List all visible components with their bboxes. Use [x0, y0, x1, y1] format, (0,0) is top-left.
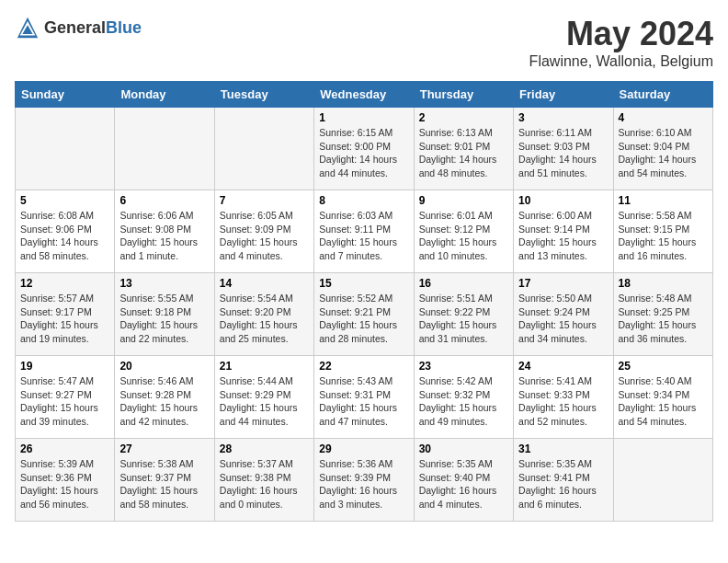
calendar-day-header: Sunday — [16, 82, 115, 108]
day-number: 24 — [518, 360, 608, 373]
logo-blue: Blue — [106, 18, 142, 37]
calendar-day-header: Monday — [115, 82, 214, 108]
day-info: Sunrise: 5:36 AM Sunset: 9:39 PM Dayligh… — [319, 457, 408, 511]
day-number: 11 — [619, 194, 708, 207]
calendar-day-cell: 22Sunrise: 5:43 AM Sunset: 9:31 PM Dayli… — [314, 356, 414, 439]
day-info: Sunrise: 5:55 AM Sunset: 9:18 PM Dayligh… — [119, 292, 209, 346]
day-info: Sunrise: 5:57 AM Sunset: 9:17 PM Dayligh… — [20, 292, 109, 346]
calendar-day-cell: 11Sunrise: 5:58 AM Sunset: 9:15 PM Dayli… — [613, 190, 712, 273]
calendar-day-cell: 7Sunrise: 6:05 AM Sunset: 9:09 PM Daylig… — [214, 190, 313, 273]
day-number: 12 — [20, 277, 109, 290]
day-info: Sunrise: 5:48 AM Sunset: 9:25 PM Dayligh… — [619, 292, 708, 346]
day-number: 5 — [20, 194, 109, 207]
calendar-day-cell: 24Sunrise: 5:41 AM Sunset: 9:33 PM Dayli… — [514, 356, 613, 439]
main-title: May 2024 — [529, 15, 713, 53]
calendar-day-cell: 27Sunrise: 5:38 AM Sunset: 9:37 PM Dayli… — [115, 439, 214, 522]
day-number: 28 — [220, 442, 309, 455]
calendar-day-cell: 4Sunrise: 6:10 AM Sunset: 9:04 PM Daylig… — [613, 108, 712, 190]
calendar-day-cell: 16Sunrise: 5:51 AM Sunset: 9:22 PM Dayli… — [414, 273, 513, 356]
day-number: 2 — [419, 111, 508, 124]
calendar-day-cell: 14Sunrise: 5:54 AM Sunset: 9:20 PM Dayli… — [214, 273, 313, 356]
calendar-week-row: 1Sunrise: 6:15 AM Sunset: 9:00 PM Daylig… — [16, 108, 713, 190]
calendar-day-cell: 1Sunrise: 6:15 AM Sunset: 9:00 PM Daylig… — [314, 108, 414, 190]
calendar-day-cell: 5Sunrise: 6:08 AM Sunset: 9:06 PM Daylig… — [16, 190, 115, 273]
day-info: Sunrise: 5:50 AM Sunset: 9:24 PM Dayligh… — [518, 292, 608, 346]
calendar-day-cell: 31Sunrise: 5:35 AM Sunset: 9:41 PM Dayli… — [514, 439, 613, 522]
calendar-day-cell: 28Sunrise: 5:37 AM Sunset: 9:38 PM Dayli… — [214, 439, 313, 522]
subtitle: Flawinne, Wallonia, Belgium — [529, 53, 713, 70]
calendar-day-cell: 17Sunrise: 5:50 AM Sunset: 9:24 PM Dayli… — [514, 273, 613, 356]
calendar-day-cell: 21Sunrise: 5:44 AM Sunset: 9:29 PM Dayli… — [214, 356, 313, 439]
calendar-day-cell: 10Sunrise: 6:00 AM Sunset: 9:14 PM Dayli… — [514, 190, 613, 273]
day-number: 30 — [419, 442, 508, 455]
calendar-day-cell: 26Sunrise: 5:39 AM Sunset: 9:36 PM Dayli… — [16, 439, 115, 522]
calendar-day-cell — [16, 108, 115, 190]
day-info: Sunrise: 5:44 AM Sunset: 9:29 PM Dayligh… — [220, 374, 309, 429]
day-info: Sunrise: 5:39 AM Sunset: 9:36 PM Dayligh… — [20, 457, 109, 511]
day-info: Sunrise: 6:10 AM Sunset: 9:04 PM Dayligh… — [619, 126, 708, 180]
day-number: 23 — [419, 360, 508, 373]
day-number: 26 — [20, 442, 109, 455]
day-number: 1 — [319, 111, 408, 124]
calendar-day-header: Thursday — [414, 82, 513, 108]
day-info: Sunrise: 5:58 AM Sunset: 9:15 PM Dayligh… — [619, 209, 708, 263]
day-number: 27 — [119, 442, 209, 455]
day-info: Sunrise: 6:01 AM Sunset: 9:12 PM Dayligh… — [419, 209, 508, 263]
day-info: Sunrise: 6:05 AM Sunset: 9:09 PM Dayligh… — [220, 209, 309, 263]
calendar-day-header: Saturday — [613, 82, 712, 108]
calendar-header-row: SundayMondayTuesdayWednesdayThursdayFrid… — [16, 82, 713, 108]
logo-icon — [15, 15, 40, 40]
day-info: Sunrise: 5:51 AM Sunset: 9:22 PM Dayligh… — [419, 292, 508, 346]
day-info: Sunrise: 6:08 AM Sunset: 9:06 PM Dayligh… — [20, 209, 109, 263]
calendar-day-cell: 8Sunrise: 6:03 AM Sunset: 9:11 PM Daylig… — [314, 190, 414, 273]
day-number: 8 — [319, 194, 408, 207]
calendar-day-header: Friday — [514, 82, 613, 108]
day-number: 4 — [619, 111, 708, 124]
day-number: 29 — [319, 442, 408, 455]
day-number: 6 — [119, 194, 209, 207]
logo-general: General — [44, 18, 106, 37]
day-info: Sunrise: 6:11 AM Sunset: 9:03 PM Dayligh… — [518, 126, 608, 180]
day-info: Sunrise: 5:35 AM Sunset: 9:41 PM Dayligh… — [518, 457, 608, 511]
day-number: 3 — [518, 111, 608, 124]
day-info: Sunrise: 5:38 AM Sunset: 9:37 PM Dayligh… — [119, 457, 209, 511]
calendar-day-cell: 23Sunrise: 5:42 AM Sunset: 9:32 PM Dayli… — [414, 356, 513, 439]
day-number: 7 — [220, 194, 309, 207]
day-info: Sunrise: 5:35 AM Sunset: 9:40 PM Dayligh… — [419, 457, 508, 511]
calendar-week-row: 19Sunrise: 5:47 AM Sunset: 9:27 PM Dayli… — [16, 356, 713, 439]
calendar-day-cell: 6Sunrise: 6:06 AM Sunset: 9:08 PM Daylig… — [115, 190, 214, 273]
day-info: Sunrise: 6:15 AM Sunset: 9:00 PM Dayligh… — [319, 126, 408, 180]
day-number: 21 — [220, 360, 309, 373]
calendar-day-cell: 9Sunrise: 6:01 AM Sunset: 9:12 PM Daylig… — [414, 190, 513, 273]
day-number: 14 — [220, 277, 309, 290]
day-number: 31 — [518, 442, 608, 455]
day-number: 9 — [419, 194, 508, 207]
calendar-day-header: Wednesday — [314, 82, 414, 108]
calendar-week-row: 12Sunrise: 5:57 AM Sunset: 9:17 PM Dayli… — [16, 273, 713, 356]
calendar-day-cell: 3Sunrise: 6:11 AM Sunset: 9:03 PM Daylig… — [514, 108, 613, 190]
day-info: Sunrise: 6:00 AM Sunset: 9:14 PM Dayligh… — [518, 209, 608, 263]
day-number: 10 — [518, 194, 608, 207]
day-number: 16 — [419, 277, 508, 290]
day-number: 17 — [518, 277, 608, 290]
logo: GeneralBlue — [15, 15, 142, 40]
day-number: 20 — [119, 360, 209, 373]
calendar-day-cell: 2Sunrise: 6:13 AM Sunset: 9:01 PM Daylig… — [414, 108, 513, 190]
calendar-day-cell — [214, 108, 313, 190]
day-info: Sunrise: 5:37 AM Sunset: 9:38 PM Dayligh… — [220, 457, 309, 511]
calendar-day-cell: 18Sunrise: 5:48 AM Sunset: 9:25 PM Dayli… — [613, 273, 712, 356]
day-number: 19 — [20, 360, 109, 373]
day-info: Sunrise: 6:13 AM Sunset: 9:01 PM Dayligh… — [419, 126, 508, 180]
day-info: Sunrise: 5:54 AM Sunset: 9:20 PM Dayligh… — [220, 292, 309, 346]
day-info: Sunrise: 5:40 AM Sunset: 9:34 PM Dayligh… — [619, 374, 708, 429]
day-info: Sunrise: 5:42 AM Sunset: 9:32 PM Dayligh… — [419, 374, 508, 429]
day-info: Sunrise: 5:41 AM Sunset: 9:33 PM Dayligh… — [518, 374, 608, 429]
day-number: 22 — [319, 360, 408, 373]
day-number: 15 — [319, 277, 408, 290]
calendar-table: SundayMondayTuesdayWednesdayThursdayFrid… — [15, 81, 713, 522]
day-info: Sunrise: 6:06 AM Sunset: 9:08 PM Dayligh… — [119, 209, 209, 263]
calendar-day-cell: 15Sunrise: 5:52 AM Sunset: 9:21 PM Dayli… — [314, 273, 414, 356]
day-info: Sunrise: 5:47 AM Sunset: 9:27 PM Dayligh… — [20, 374, 109, 429]
day-number: 25 — [619, 360, 708, 373]
title-block: May 2024 Flawinne, Wallonia, Belgium — [529, 15, 713, 70]
